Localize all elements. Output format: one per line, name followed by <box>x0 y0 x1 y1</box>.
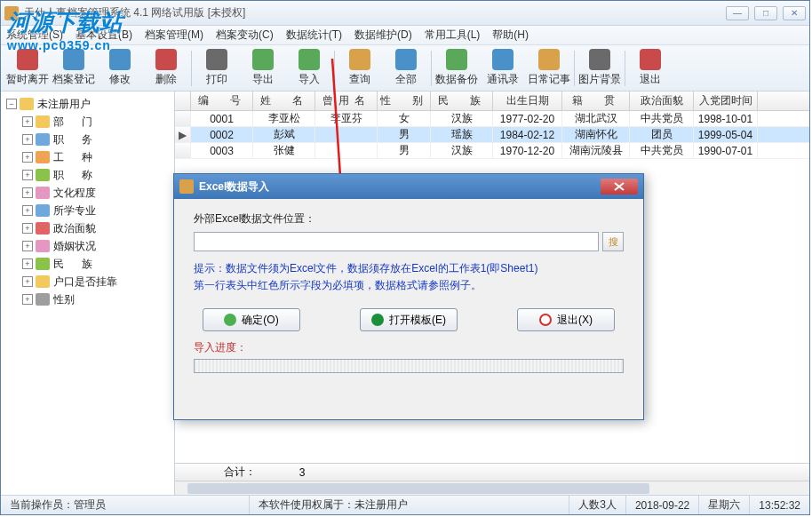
category-icon <box>36 222 50 235</box>
minimize-button[interactable]: — <box>726 6 749 20</box>
menu-item-4[interactable]: 数据统计(T) <box>286 28 342 43</box>
col-eth[interactable]: 民 族 <box>431 91 493 110</box>
col-pol[interactable]: 政治面貌 <box>630 91 694 110</box>
row-indicator <box>175 111 191 126</box>
close-button[interactable]: ✕ <box>783 6 806 20</box>
tree-item[interactable]: +婚姻状况 <box>3 237 172 255</box>
table-row[interactable]: 0001李亚松李亚芬女汉族1977-02-20湖北武汉中共党员1998-10-0… <box>175 111 809 127</box>
category-icon <box>36 169 50 181</box>
menu-item-1[interactable]: 基本设置(B) <box>76 28 132 43</box>
toolbtn-导入[interactable]: 导入 <box>286 47 332 90</box>
window-title: 天仕人事档案管理系统 4.1 网络试用版 [未授权] <box>24 5 726 20</box>
tool-label: 暂时离开 <box>6 72 49 87</box>
browse-button[interactable]: 搜 <box>602 232 624 251</box>
tree-label: 性别 <box>53 292 75 307</box>
cell-pol: 中共党员 <box>630 143 694 158</box>
col-id[interactable]: 编 号 <box>191 91 253 110</box>
col-name[interactable]: 姓 名 <box>253 91 315 110</box>
ok-button[interactable]: 确定(O) <box>203 308 300 331</box>
tree-root[interactable]: −未注册用户 <box>3 95 172 113</box>
dialog-title: Excel数据导入 <box>199 179 601 195</box>
tree-item[interactable]: +政治面貌 <box>3 219 172 237</box>
tree-label: 职 称 <box>53 168 96 183</box>
toolbar-sep <box>625 51 625 86</box>
expand-icon[interactable]: + <box>22 205 33 216</box>
expand-icon[interactable]: + <box>22 276 33 287</box>
menu-item-5[interactable]: 数据维护(D) <box>354 28 412 43</box>
category-icon <box>36 133 50 146</box>
expand-icon[interactable]: + <box>22 134 33 145</box>
collapse-icon[interactable]: − <box>6 99 17 109</box>
tree-item[interactable]: +文化程度 <box>3 184 172 202</box>
cell-pol: 中共党员 <box>630 111 694 126</box>
tree-item[interactable]: +户口是否挂靠 <box>3 273 172 290</box>
toolbtn-全部[interactable]: 全部 <box>383 47 429 90</box>
col-jd[interactable]: 入党团时间 <box>694 91 758 110</box>
toolbtn-修改[interactable]: 修改 <box>97 47 143 90</box>
path-input[interactable] <box>194 232 599 251</box>
col-bd[interactable]: 出生日期 <box>493 91 562 110</box>
tree-label: 婚姻状况 <box>53 239 96 254</box>
maximize-button[interactable]: □ <box>754 6 777 20</box>
menu-item-3[interactable]: 档案变动(C) <box>216 28 274 43</box>
menu-item-6[interactable]: 常用工具(L) <box>425 28 481 43</box>
table-row[interactable]: ▶0002彭斌男瑶族1984-02-12湖南怀化团员1999-05-04 <box>175 127 809 143</box>
check-icon <box>224 314 236 326</box>
cell-eth: 瑶族 <box>431 127 493 142</box>
expand-icon[interactable]: + <box>22 258 33 269</box>
exit-button[interactable]: 退出(X) <box>517 308 615 331</box>
status-time: 13:52:32 <box>750 496 809 514</box>
toolbtn-日常记事[interactable]: 日常记事 <box>526 47 572 90</box>
category-tree[interactable]: −未注册用户+部 门+职 务+工 种+职 称+文化程度+所学专业+政治面貌+婚姻… <box>1 91 175 495</box>
cell-bd: 1984-02-12 <box>493 127 562 142</box>
category-icon <box>36 258 50 270</box>
tool-icon <box>395 49 417 70</box>
statusbar: 当前操作员：管理员 本软件使用权属于：未注册用户 人数3人 2018-09-22… <box>1 495 809 514</box>
dialog-titlebar[interactable]: Excel数据导入 <box>174 174 643 199</box>
toolbtn-图片背景[interactable]: 图片背景 <box>577 47 623 90</box>
tree-item[interactable]: +民 族 <box>3 255 172 273</box>
tree-item[interactable]: +所学专业 <box>3 202 172 219</box>
expand-icon[interactable]: + <box>22 170 33 180</box>
expand-icon[interactable]: + <box>22 152 33 163</box>
expand-icon[interactable]: + <box>22 116 33 127</box>
menu-item-2[interactable]: 档案管理(M) <box>145 28 203 43</box>
expand-icon[interactable]: + <box>22 223 33 234</box>
toolbtn-查询[interactable]: 查询 <box>337 47 383 90</box>
dialog-close-button[interactable] <box>601 179 638 195</box>
toolbtn-数据备份[interactable]: 数据备份 <box>434 47 480 90</box>
cell-jd: 1998-10-01 <box>694 111 758 126</box>
col-jg[interactable]: 籍 贯 <box>562 91 630 110</box>
toolbtn-档案登记[interactable]: 档案登记 <box>51 47 97 90</box>
cell-jg: 湖南怀化 <box>562 127 630 142</box>
cell-name: 彭斌 <box>253 127 315 142</box>
cell-sex: 男 <box>378 143 431 158</box>
open-template-button[interactable]: 打开模板(E) <box>360 308 458 331</box>
progress-bar <box>194 359 624 373</box>
toolbtn-导出[interactable]: 导出 <box>240 47 286 90</box>
menu-item-7[interactable]: 帮助(H) <box>492 28 529 43</box>
toolbtn-退出[interactable]: 退出 <box>627 47 673 90</box>
menu-item-0[interactable]: 系统管理(S) <box>6 28 63 43</box>
tree-item[interactable]: +部 门 <box>3 113 172 131</box>
tree-item[interactable]: +职 称 <box>3 166 172 184</box>
toolbtn-打印[interactable]: 打印 <box>194 47 240 90</box>
tool-icon <box>349 49 370 70</box>
toolbtn-删除[interactable]: 删除 <box>143 47 189 90</box>
category-icon <box>36 187 50 199</box>
expand-icon[interactable]: + <box>22 187 33 198</box>
status-date: 2018-09-22 <box>626 496 699 514</box>
col-uname[interactable]: 曾用名 <box>315 91 378 110</box>
toolbtn-暂时离开[interactable]: 暂时离开 <box>4 47 51 90</box>
grid-footer: 合计： 3 <box>175 463 809 481</box>
tree-item[interactable]: +职 务 <box>3 131 172 148</box>
col-sex[interactable]: 性 别 <box>378 91 431 110</box>
tree-item[interactable]: +性别 <box>3 290 172 308</box>
tree-item[interactable]: +工 种 <box>3 148 172 166</box>
expand-icon[interactable]: + <box>22 241 33 251</box>
table-row[interactable]: 0003张健男汉族1970-12-20湖南沅陵县中共党员1990-07-01 <box>175 143 809 159</box>
expand-icon[interactable]: + <box>22 294 33 305</box>
row-indicator <box>175 143 191 158</box>
h-scrollbar[interactable] <box>175 481 809 495</box>
toolbtn-通讯录[interactable]: 通讯录 <box>480 47 526 90</box>
